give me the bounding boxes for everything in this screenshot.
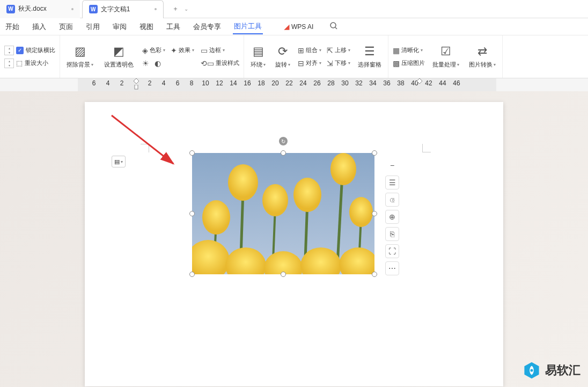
convert-icon: ⇄ <box>477 45 487 59</box>
doc-tab-2-label: 文字文稿1 <box>101 5 130 14</box>
resize-handle-br[interactable] <box>372 272 377 277</box>
indent-marker-bottom[interactable] <box>134 85 139 90</box>
close-tab-icon[interactable] <box>155 8 157 10</box>
svg-point-18 <box>330 153 356 185</box>
reset-style-icon: ⟲▭ <box>201 59 214 68</box>
svg-point-19 <box>349 197 373 227</box>
move-down-icon: ⇲ <box>327 59 333 68</box>
search-icon[interactable] <box>329 21 338 32</box>
svg-point-17 <box>293 178 321 212</box>
wrap-options-icon: ☰ <box>389 178 396 187</box>
inline-wrap-tag[interactable]: ▤ ▾ <box>112 156 126 167</box>
remove-bg-icon: ▨ <box>75 45 86 59</box>
add-tab-button[interactable]: ＋ <box>169 3 182 16</box>
convert-button[interactable]: ⇄ 图片转换▾ <box>467 41 498 72</box>
contrast-button[interactable]: ◐ <box>155 59 161 68</box>
effect-button[interactable]: ✦效果▾ <box>171 46 194 55</box>
svg-line-1 <box>335 27 337 29</box>
menu-view[interactable]: 视图 <box>138 20 155 34</box>
horizontal-ruler[interactable]: 6 4 2 2 4 6 8 10 12 14 16 18 20 22 24 26… <box>78 78 496 91</box>
menu-reference[interactable]: 引用 <box>85 20 101 34</box>
compress-icon: ▩ <box>393 59 400 68</box>
menu-tools[interactable]: 工具 <box>165 20 181 34</box>
color-button[interactable]: ◈色彩▾ <box>142 46 165 55</box>
remove-bg-button[interactable]: ▨ 抠除背景▾ <box>64 41 95 72</box>
lock-ratio-checkbox[interactable]: ✓ <box>16 47 24 54</box>
select-pane-icon: ☰ <box>364 45 375 59</box>
zoom-button[interactable]: ⊕ <box>385 210 399 224</box>
right-indent-marker[interactable] <box>417 78 422 84</box>
wps-ai-icon: ◢ <box>284 23 289 31</box>
size-group: ▴▾ ✓ 锁定纵横比 ▴▾ ⬚ 重设大小 <box>0 35 60 78</box>
menu-review[interactable]: 审阅 <box>112 20 128 34</box>
main-menu: 开始 插入 页面 引用 审阅 视图 工具 会员专享 图片工具 ◢ WPS AI <box>0 18 588 35</box>
svg-marker-4 <box>417 78 422 84</box>
crop-button[interactable]: ⟃ <box>385 193 399 207</box>
resize-handle-tr[interactable] <box>372 150 377 156</box>
resize-handle-bl[interactable] <box>189 272 195 277</box>
ruler-container: 6 4 2 2 4 6 8 10 12 14 16 18 20 22 24 26… <box>0 78 588 91</box>
selected-image[interactable]: ↻ <box>192 153 374 274</box>
compress-button[interactable]: ▩压缩图片 <box>393 59 425 68</box>
resize-handle-tl[interactable] <box>189 150 195 156</box>
menu-page[interactable]: 页面 <box>58 20 74 34</box>
reset-size-label[interactable]: 重设大小 <box>25 59 48 67</box>
wrap-options-button[interactable]: ☰ <box>385 176 399 189</box>
align-icon: ⊟ <box>298 59 304 68</box>
doc-tab-1[interactable]: W 秋天.docx <box>0 0 80 18</box>
resize-handle-mr[interactable] <box>372 211 377 216</box>
page[interactable]: ▤ ▾ ↻ <box>85 102 503 386</box>
indent-marker-top[interactable] <box>134 78 139 84</box>
height-spinner[interactable]: ▴▾ <box>4 46 14 55</box>
resize-handle-bm[interactable] <box>281 272 286 277</box>
group-icon: ⊞ <box>298 46 304 55</box>
menu-insert[interactable]: 插入 <box>31 20 47 34</box>
brightness-button[interactable]: ☀ <box>142 59 149 68</box>
close-tab-icon[interactable] <box>71 8 74 10</box>
contrast-icon: ◐ <box>155 59 161 68</box>
add-tab-dropdown[interactable]: ⌄ <box>184 6 188 12</box>
select-pane-button[interactable]: ☰ 选择窗格 <box>356 41 384 72</box>
doc-tab-2[interactable]: W 文字文稿1 <box>82 0 164 18</box>
document-canvas[interactable]: ▤ ▾ ↻ <box>0 91 588 387</box>
more-button[interactable]: ⋯ <box>385 261 399 275</box>
copy-icon: ⎘ <box>390 230 394 238</box>
rotate-icon: ⟳ <box>278 45 288 59</box>
width-spinner[interactable]: ▴▾ <box>4 59 14 68</box>
wrap-button[interactable]: ▤ 环绕▾ <box>248 41 268 72</box>
batch-icon: ☑ <box>440 45 451 59</box>
set-transparent-button[interactable]: ◩ 设置透明色 <box>102 41 136 72</box>
batch-button[interactable]: ☑ 批量处理▾ <box>430 41 461 72</box>
move-up-icon: ⇱ <box>327 46 333 55</box>
minus-icon: − <box>390 161 394 170</box>
border-icon: ▭ <box>201 46 208 55</box>
resize-handle-tm[interactable] <box>281 150 286 156</box>
menu-picture-tools[interactable]: 图片工具 <box>233 19 263 34</box>
border-button[interactable]: ▭边框▾ <box>201 46 239 55</box>
rotate-button[interactable]: ⟳ 旋转▾ <box>273 41 292 72</box>
rotate-handle[interactable]: ↻ <box>279 137 288 145</box>
sharpen-button[interactable]: ▦清晰化▾ <box>393 46 425 55</box>
picture-tools-toolbar: ▴▾ ✓ 锁定纵横比 ▴▾ ⬚ 重设大小 ▨ 抠除背景▾ ◩ 设置透明色 ◈色彩… <box>0 35 588 78</box>
svg-point-15 <box>228 164 258 201</box>
menu-start[interactable]: 开始 <box>4 20 20 34</box>
reset-style-button[interactable]: ⟲▭重设样式 <box>201 59 239 68</box>
move-down-button[interactable]: ⇲下移▾ <box>327 59 350 68</box>
image-content <box>192 153 374 274</box>
doc-tab-1-label: 秋天.docx <box>18 4 47 13</box>
move-up-button[interactable]: ⇱上移▾ <box>327 46 350 55</box>
menu-member[interactable]: 会员专享 <box>192 20 222 34</box>
copy-button[interactable]: ⎘ <box>385 227 399 241</box>
watermark-icon <box>523 361 541 379</box>
resize-handle-ml[interactable] <box>189 211 195 216</box>
lock-ratio-label: 锁定纵横比 <box>26 46 55 54</box>
svg-point-16 <box>262 184 288 216</box>
svg-marker-2 <box>134 78 139 84</box>
group-button[interactable]: ⊞组合▾ <box>298 46 321 55</box>
align-button[interactable]: ⊟对齐▾ <box>298 59 321 68</box>
collapse-button[interactable]: − <box>385 158 399 172</box>
wps-ai-button[interactable]: ◢ WPS AI <box>284 23 313 31</box>
more-icon: ⋯ <box>388 264 396 273</box>
fullscreen-button[interactable]: ⛶ <box>385 244 399 258</box>
svg-rect-3 <box>135 85 138 89</box>
